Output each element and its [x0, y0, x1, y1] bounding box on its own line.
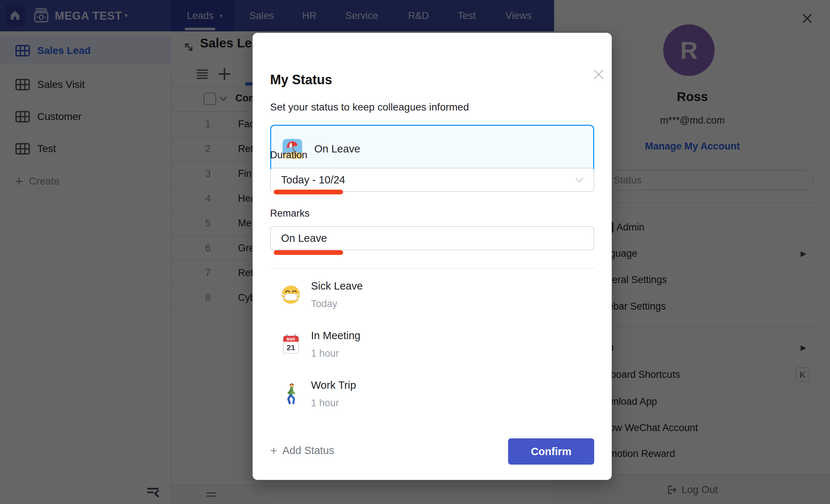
my-status-modal: My Status Set your status to keep collea… [253, 33, 612, 480]
confirm-button[interactable]: Confirm [508, 438, 594, 465]
status-option-sick-leave[interactable]: Sick Leave Today [270, 279, 594, 314]
status-option-label: Work Trip [311, 379, 356, 391]
svg-text:21: 21 [287, 343, 295, 352]
medical-mask-face-icon [281, 284, 301, 306]
selected-status-label: On Leave [314, 143, 360, 155]
plus-icon: + [270, 444, 277, 457]
duration-label: Duration [270, 150, 307, 161]
status-option-work-trip[interactable]: Work Trip 1 hour [270, 379, 594, 414]
modal-subtitle: Set your status to keep colleagues infor… [270, 101, 469, 113]
status-option-duration: 1 hour [311, 348, 339, 359]
tear-off-calendar-icon: MAR 21 [281, 333, 301, 355]
divider [270, 268, 594, 269]
remarks-input[interactable]: On Leave [270, 226, 594, 250]
modal-close-icon[interactable] [592, 68, 605, 81]
highlight-underline [274, 250, 343, 255]
status-option-label: Sick Leave [311, 280, 363, 292]
select-chevron-down-icon [575, 177, 584, 184]
remarks-label: Remarks [270, 208, 310, 219]
status-option-duration: Today [311, 298, 337, 310]
selected-status-card[interactable]: On Leave [270, 125, 594, 173]
app-root: MEGA TEST ▼ Leads ▼ Sales HR Service R&D… [0, 0, 830, 504]
walking-person-icon [283, 383, 303, 405]
modal-title: My Status [270, 72, 332, 88]
status-option-duration: 1 hour [311, 398, 339, 409]
duration-value: Today - 10/24 [281, 174, 345, 186]
remarks-value: On Leave [281, 232, 327, 244]
add-status-label: Add Status [283, 445, 334, 457]
status-option-label: In Meeting [311, 330, 360, 342]
status-option-in-meeting[interactable]: MAR 21 In Meeting 1 hour [270, 329, 594, 364]
highlight-underline [274, 190, 343, 194]
duration-select[interactable]: Today - 10/24 [270, 168, 594, 192]
add-status-button[interactable]: + Add Status [270, 444, 334, 457]
svg-text:MAR: MAR [287, 337, 296, 341]
